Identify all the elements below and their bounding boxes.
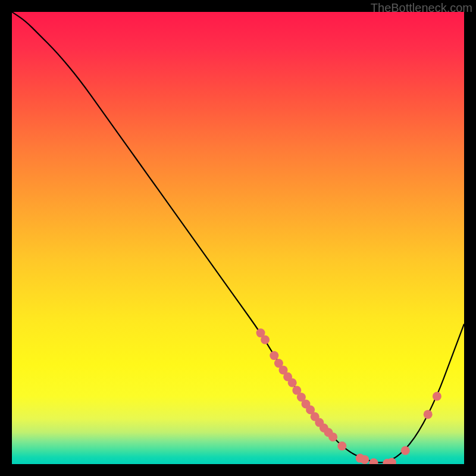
chart-plot-area: [12, 12, 464, 464]
bottleneck-curve-line: [12, 12, 464, 462]
data-dot: [369, 458, 378, 464]
data-dot: [328, 433, 337, 441]
data-dot: [288, 378, 297, 387]
data-dot: [387, 458, 396, 464]
data-dot: [424, 410, 433, 419]
data-dot: [270, 351, 278, 360]
watermark-text: TheBottleneck.com: [371, 1, 472, 15]
data-dot: [261, 336, 270, 345]
data-dot: [337, 441, 346, 450]
data-dot: [401, 446, 410, 455]
chart-svg: [12, 12, 464, 464]
data-dots-group: [256, 328, 441, 464]
data-dot: [433, 392, 441, 401]
data-dot: [360, 455, 369, 464]
